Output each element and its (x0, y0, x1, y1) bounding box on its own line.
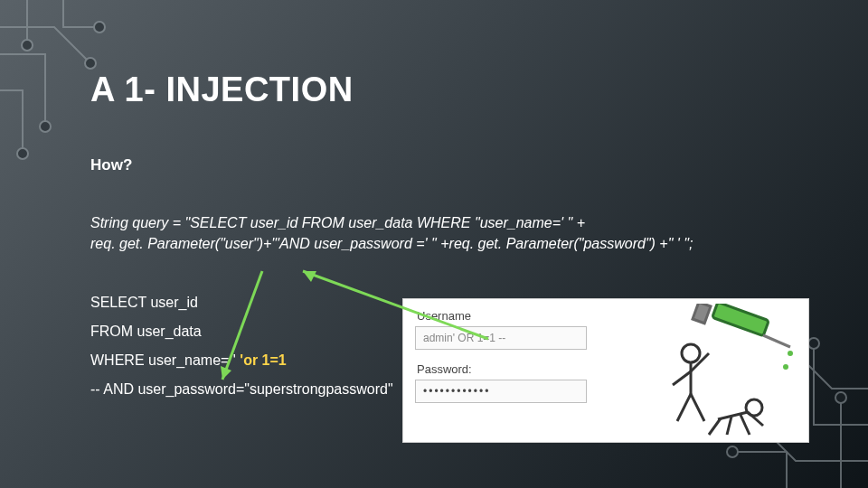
password-input-value: •••••••••••• (423, 385, 490, 398)
svg-point-1 (40, 121, 51, 132)
slide-title: A 1- INJECTION (90, 70, 814, 109)
svg-line-19 (677, 394, 691, 421)
injection-highlight: 'or 1=1 (236, 352, 287, 368)
svg-line-23 (727, 417, 731, 435)
username-input-value: admin' OR 1=1 -- (423, 332, 505, 344)
login-form-illustration: Username admin' OR 1=1 -- Password: ••••… (402, 298, 809, 443)
svg-line-24 (709, 418, 721, 435)
svg-point-3 (94, 22, 105, 33)
svg-point-7 (835, 392, 846, 403)
java-code-block: String query = "SELECT user_id FROM user… (90, 212, 814, 254)
svg-point-4 (17, 148, 28, 159)
svg-rect-10 (712, 304, 769, 336)
svg-point-13 (788, 351, 793, 356)
svg-point-2 (22, 40, 33, 51)
svg-line-25 (741, 415, 750, 435)
svg-line-20 (691, 394, 704, 421)
injection-cartoon-icon (605, 304, 804, 439)
username-input[interactable]: admin' OR 1=1 -- (415, 326, 587, 350)
sql-line-3-prefix: WHERE user_name= ' (90, 352, 236, 368)
slide: A 1- INJECTION How? String query = "SELE… (0, 0, 868, 488)
svg-rect-12 (693, 304, 711, 324)
svg-point-9 (727, 446, 738, 457)
code-line-1: String query = "SELECT user_id FROM user… (90, 212, 814, 233)
svg-point-14 (783, 364, 788, 370)
code-line-2: req. get. Parameter("user")+"'AND user_p… (90, 233, 814, 254)
password-input[interactable]: •••••••••••• (415, 380, 587, 403)
svg-line-18 (673, 371, 691, 385)
svg-point-0 (85, 58, 96, 69)
how-heading: How? (90, 156, 814, 174)
svg-point-15 (682, 344, 700, 362)
svg-line-11 (763, 335, 790, 347)
